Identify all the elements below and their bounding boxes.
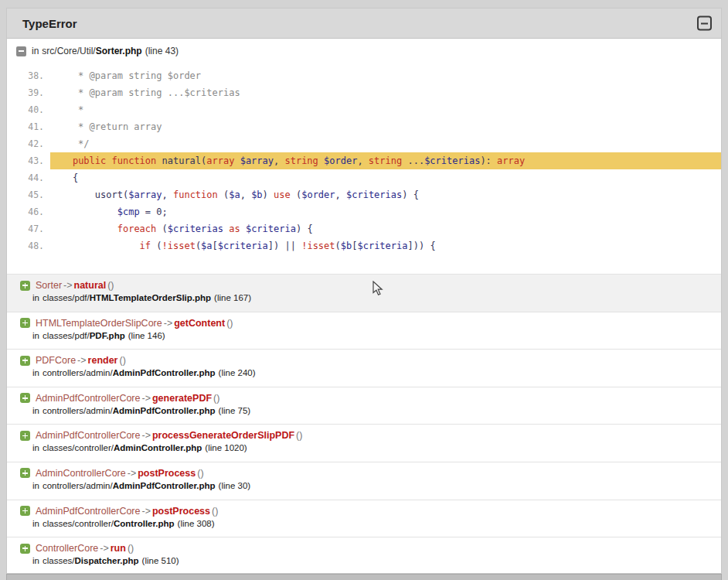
- location-path: controllers/admin/: [43, 406, 113, 415]
- code-block: 38. * @param string $order39. * @param s…: [7, 67, 721, 254]
- code-line: 38. * @param string $order: [7, 67, 721, 84]
- location-path: classes/pdf/: [43, 331, 90, 340]
- code-token: [240, 223, 246, 234]
- line-number: 47.: [7, 220, 50, 237]
- trace-class: HTMLTemplateOrderSlipCore: [36, 318, 162, 329]
- trace-entry[interactable]: AdminControllerCore->postProcess()incont…: [7, 462, 721, 500]
- frame-location: insrc/Core/Util/Sorter.php(line 43): [16, 46, 721, 56]
- code-token: $b: [251, 189, 262, 200]
- line-number: 42.: [7, 135, 50, 152]
- trace-call: AdminPdfControllerCore->generatePDF(): [36, 393, 219, 404]
- code-text: if (!isset($a[$criteria]) || !isset($b[$…: [50, 237, 721, 254]
- location-prefix: in: [32, 368, 39, 377]
- expanded-stack-frame: insrc/Core/Util/Sorter.php(line 43) 38. …: [7, 39, 721, 274]
- code-token: $a: [201, 241, 212, 251]
- trace-entry[interactable]: Sorter->natural()inclasses/pdf/HTMLTempl…: [7, 274, 721, 312]
- code-token: ): [263, 189, 274, 200]
- trace-call: Sorter->natural(): [36, 280, 114, 291]
- trace-method: natural: [74, 280, 107, 291]
- arrow-separator: ->: [164, 318, 172, 329]
- trace-entry[interactable]: AdminPdfControllerCore->postProcess()inc…: [7, 500, 721, 537]
- expand-icon[interactable]: [20, 393, 30, 403]
- frame-location-text: insrc/Core/Util/Sorter.php(line 43): [32, 46, 179, 56]
- trace-entry[interactable]: HTMLTemplateOrderSlipCore->getContent()i…: [7, 312, 721, 350]
- trace-location: inclasses/Dispatcher.php(line 510): [32, 556, 721, 565]
- location-path: controllers/admin/: [43, 368, 113, 377]
- code-token: * @param string ...$criterias: [50, 87, 240, 98]
- expand-icon[interactable]: [20, 544, 30, 554]
- code-token: ...: [407, 155, 424, 166]
- location-line: (line 146): [128, 331, 165, 340]
- collapse-frame-icon[interactable]: [16, 46, 26, 56]
- line-number: 38.: [7, 67, 50, 84]
- code-text: usort($array, function ($a, $b) use ($or…: [50, 186, 721, 203]
- exception-header: TypeError: [7, 9, 721, 39]
- code-token: natural(: [162, 155, 207, 166]
- location-file: HTMLTemplateOrderSlip.php: [90, 293, 211, 302]
- code-text: * @param string $order: [50, 67, 721, 84]
- code-token: $criteria: [218, 241, 268, 251]
- code-token: ,: [357, 155, 368, 166]
- code-token: $order: [324, 155, 357, 166]
- code-line: 44. {: [7, 169, 721, 186]
- code-text: * @return array: [50, 118, 721, 135]
- trace-entry[interactable]: AdminPdfControllerCore->processGenerateO…: [7, 424, 721, 462]
- expand-icon[interactable]: [20, 506, 30, 516]
- code-line: 42. */: [7, 135, 721, 152]
- code-token: ,: [274, 155, 284, 166]
- collapse-panel-icon[interactable]: [697, 16, 712, 31]
- trace-method: run: [111, 543, 126, 554]
- code-token: !isset: [301, 241, 335, 251]
- code-token: $criteria: [357, 241, 407, 251]
- line-number: 39.: [7, 84, 50, 101]
- parens: (): [226, 318, 233, 329]
- line-number: 45.: [7, 186, 50, 203]
- expand-icon[interactable]: [20, 281, 30, 291]
- code-token: $order: [301, 189, 335, 200]
- next-section-bar[interactable]: [6, 574, 722, 580]
- code-token: $array: [240, 155, 274, 166]
- parens: (): [296, 430, 302, 441]
- code-token: (: [335, 241, 341, 251]
- location-path: src/Core/Util/: [42, 46, 95, 56]
- trace-call: AdminPdfControllerCore->postProcess(): [36, 506, 218, 517]
- trace-entry[interactable]: PDFCore->render()incontrollers/admin/Adm…: [7, 349, 721, 387]
- trace-call: AdminControllerCore->postProcess(): [36, 468, 204, 479]
- location-prefix: in: [32, 406, 39, 415]
- expand-icon[interactable]: [20, 318, 30, 328]
- line-number: 43.: [7, 152, 50, 169]
- location-line: (line 510): [142, 556, 179, 565]
- code-token: ) {: [296, 223, 313, 234]
- location-line: (line 240): [219, 368, 256, 377]
- location-line: (line 30): [219, 481, 251, 490]
- location-line: (line 75): [219, 406, 251, 415]
- location-path: classes/pdf/: [43, 293, 90, 302]
- expand-icon[interactable]: [20, 431, 30, 441]
- trace-class: AdminControllerCore: [36, 468, 126, 479]
- code-token: $criterias: [424, 155, 480, 166]
- code-token: function: [173, 189, 223, 200]
- trace-location: inclasses/controller/AdminController.php…: [32, 443, 721, 452]
- trace-list: Sorter->natural()inclasses/pdf/HTMLTempl…: [7, 274, 721, 574]
- trace-entry[interactable]: ControllerCore->run()inclasses/Dispatche…: [7, 537, 721, 574]
- trace-method: getContent: [174, 318, 225, 329]
- location-path: classes/: [43, 556, 75, 565]
- trace-location: inclasses/controller/Controller.php(line…: [32, 519, 721, 528]
- line-number: 41.: [7, 118, 50, 135]
- code-token: $criteria: [246, 223, 296, 234]
- trace-entry[interactable]: AdminPdfControllerCore->generatePDF()inc…: [7, 387, 721, 425]
- trace-class: ControllerCore: [36, 543, 98, 554]
- expand-icon[interactable]: [20, 356, 30, 366]
- code-token: {: [50, 172, 78, 183]
- expand-icon[interactable]: [20, 468, 30, 478]
- code-token: array: [497, 155, 525, 166]
- code-token: ):: [480, 155, 497, 166]
- trace-call: PDFCore->render(): [36, 355, 126, 366]
- code-text: * @param string ...$criterias: [50, 84, 721, 101]
- code-token: ]) ||: [268, 241, 301, 251]
- code-text: */: [50, 135, 721, 152]
- trace-method: generatePDF: [152, 393, 212, 404]
- code-token: = 0;: [140, 206, 168, 217]
- code-text: public function natural(array $array, st…: [50, 152, 721, 169]
- trace-signature: HTMLTemplateOrderSlipCore->getContent(): [20, 318, 721, 329]
